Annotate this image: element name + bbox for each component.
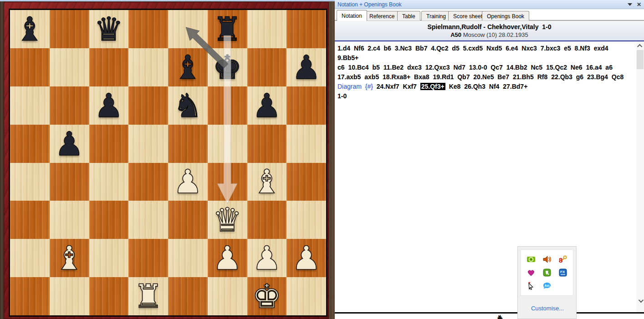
board-square-c4[interactable] (89, 163, 129, 201)
board-square-c7[interactable] (89, 48, 129, 86)
move-text[interactable]: 24.Nxf7 Kxf7 (377, 83, 420, 90)
piece-white-pawn[interactable]: ♟ (286, 239, 326, 277)
board-square-a7[interactable] (10, 48, 50, 86)
scroll-up-button[interactable] (636, 42, 644, 50)
customise-link[interactable]: Customise... (518, 305, 577, 312)
tab-notation[interactable]: Notation (337, 10, 367, 21)
chess-board[interactable]: ♝♛♜♝♚♟♟♞♟♟♟♝♛♝♟♟♟♜♚ (10, 10, 326, 315)
board-square-a1[interactable] (10, 277, 50, 315)
piece-white-pawn[interactable]: ♟ (247, 239, 287, 277)
board-square-h3[interactable] (286, 201, 326, 239)
piece-white-pawn[interactable]: ♟ (208, 239, 247, 277)
board-square-c1[interactable] (89, 277, 129, 315)
tab-reference[interactable]: Reference (364, 11, 399, 21)
piece-black-pawn[interactable]: ♟ (89, 86, 129, 125)
board-square-h8[interactable] (286, 10, 326, 48)
board-square-e3[interactable] (168, 201, 208, 239)
game-players-result: Spielmann,Rudolf - Chekhover,Vitaly 1-0 (335, 23, 644, 30)
board-square-a4[interactable] (10, 163, 50, 201)
piece-black-bishop[interactable]: ♝ (168, 48, 208, 86)
board-square-g3[interactable] (247, 201, 287, 239)
board-square-f4[interactable] (208, 163, 247, 201)
board-square-d7[interactable] (128, 48, 168, 86)
annotation-text[interactable]: Diagram (337, 83, 362, 90)
board-square-c3[interactable] (89, 201, 129, 239)
piece-white-bishop[interactable]: ♝ (50, 239, 89, 277)
pane-titlebar[interactable]: Notation + Openings Book ✕ (335, 0, 644, 9)
board-square-f6[interactable] (208, 86, 247, 125)
board-square-g8[interactable] (247, 10, 287, 48)
board-square-e5[interactable] (168, 125, 208, 163)
board-square-c2[interactable] (89, 239, 129, 277)
board-square-b3[interactable] (50, 201, 89, 239)
scrollbar[interactable] (636, 42, 644, 312)
annotation-text[interactable]: {#} (362, 83, 377, 90)
board-square-b6[interactable] (50, 86, 89, 125)
tab-openings-book[interactable]: Openings Book (482, 11, 529, 21)
svg-text:Aol.: Aol. (544, 284, 550, 287)
board-square-c5[interactable] (89, 125, 129, 163)
aol-icon[interactable]: Aol. (542, 281, 552, 290)
piece-white-king[interactable]: ♚ (247, 277, 287, 315)
board-square-g5[interactable] (247, 125, 287, 163)
board-square-a3[interactable] (10, 201, 50, 239)
board-square-g7[interactable] (247, 48, 287, 86)
move-text[interactable]: Ke8 26.Qh3 Nf4 27.Bd7+ (445, 83, 528, 90)
piece-black-pawn[interactable]: ♟ (286, 48, 326, 86)
board-square-d4[interactable] (128, 163, 168, 201)
nvidia-settings-icon[interactable] (526, 255, 536, 264)
evernote-icon[interactable] (542, 268, 552, 277)
pane-menu-icon[interactable] (628, 3, 632, 6)
board-square-d3[interactable] (128, 201, 168, 239)
board-square-h6[interactable] (286, 86, 326, 125)
board-square-a6[interactable] (10, 86, 50, 125)
board-square-d2[interactable] (128, 239, 168, 277)
board-square-e8[interactable] (168, 10, 208, 48)
piece-white-pawn[interactable]: ♟ (168, 163, 208, 201)
board-square-b7[interactable] (50, 48, 89, 86)
fx-calculator-icon[interactable]: FX (558, 268, 567, 277)
piece-black-rook[interactable]: ♜ (208, 10, 247, 48)
board-square-f1[interactable] (208, 277, 247, 315)
move-text[interactable]: 17.axb5 axb5 18.Rxa8+ Bxa8 19.Rd1 Qb7 20… (337, 73, 624, 81)
board-square-h4[interactable] (286, 163, 326, 201)
current-move[interactable]: 25.Qf3+ (420, 83, 445, 90)
piece-black-bishop[interactable]: ♝ (10, 10, 50, 48)
piece-black-queen[interactable]: ♛ (89, 10, 129, 48)
board-square-f5[interactable] (208, 125, 247, 163)
board-square-a2[interactable] (10, 239, 50, 277)
board-square-d8[interactable] (128, 10, 168, 48)
svg-text:FX: FX (560, 270, 565, 274)
tab-training[interactable]: Training (421, 11, 451, 21)
volume-icon[interactable] (542, 255, 552, 264)
board-square-b8[interactable] (50, 10, 89, 48)
board-square-e2[interactable] (168, 239, 208, 277)
tab-table[interactable]: Table (397, 11, 420, 21)
piece-white-rook[interactable]: ♜ (128, 277, 168, 315)
board-square-e1[interactable] (168, 277, 208, 315)
move-text[interactable]: 1.d4 Nf6 2.c4 b6 3.Nc3 Bb7 4.Qc2 d5 5.cx… (337, 45, 608, 61)
close-icon[interactable]: ✕ (637, 1, 641, 8)
board-square-h1[interactable] (286, 277, 326, 315)
pointer-pen-icon[interactable] (526, 281, 536, 290)
move-list[interactable]: 1.d4 Nf6 2.c4 b6 3.Nc3 Bb7 4.Qc2 d5 5.cx… (335, 43, 631, 101)
board-square-h5[interactable] (286, 125, 326, 163)
board-square-b1[interactable] (50, 277, 89, 315)
piece-black-knight[interactable]: ♞ (168, 86, 208, 125)
game-event-line: A50 Moscow (10) 28.02.1935 (335, 31, 644, 38)
keys-icon[interactable]: 8 (558, 255, 567, 264)
move-text[interactable]: 1-0 (337, 92, 347, 100)
board-square-d5[interactable] (128, 125, 168, 163)
scrollbar-thumb[interactable] (637, 50, 644, 69)
piece-black-king[interactable]: ♚ (208, 48, 247, 86)
heart-icon[interactable] (526, 268, 536, 277)
board-square-d6[interactable] (128, 86, 168, 125)
scroll-down-button[interactable] (636, 297, 644, 304)
move-text[interactable]: c6 10.Bc4 b5 11.Be2 dxc3 12.Qxc3 Nd7 13.… (337, 64, 613, 71)
piece-white-bishop[interactable]: ♝ (247, 163, 287, 201)
board-square-b4[interactable] (50, 163, 89, 201)
board-square-a5[interactable] (10, 125, 50, 163)
piece-white-queen[interactable]: ♛ (208, 201, 247, 239)
piece-black-pawn[interactable]: ♟ (50, 125, 89, 163)
piece-black-pawn[interactable]: ♟ (247, 86, 287, 125)
